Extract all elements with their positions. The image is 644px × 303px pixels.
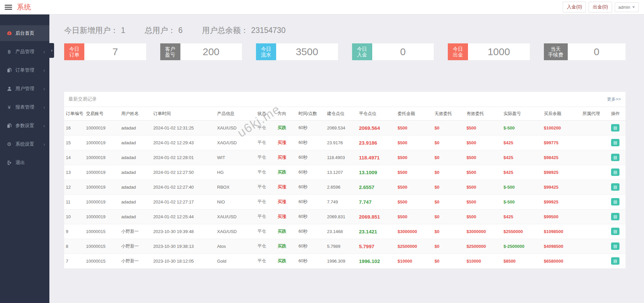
sidebar-collapse-toggle[interactable]: › xyxy=(49,43,54,58)
column-header: 所属代理 xyxy=(581,107,609,120)
cell-open-price: 23.9176 xyxy=(325,135,357,150)
cell-duration: 60秒 xyxy=(297,165,325,180)
cell-username: adadad xyxy=(120,165,152,180)
user-menu-button[interactable]: admin xyxy=(615,2,639,12)
cell-after-balance: $4098500 xyxy=(542,239,581,254)
order-detail-icon: ▤ xyxy=(613,228,617,235)
table-row: 15 10000019 adadad 2024-01-02 12:29:43 X… xyxy=(64,135,626,150)
cell-trade-account: 10000019 xyxy=(84,150,120,165)
latest-trades-panel: 最新交易记录 更多>> 订单编号交易账号用户姓名订单时间产品信息状态方向时间/点… xyxy=(64,92,626,269)
order-detail-button[interactable]: ▤ xyxy=(611,213,619,220)
cell-entrust-amount: $500 xyxy=(396,209,433,224)
cell-duration: 60秒 xyxy=(297,180,325,194)
cell-close-price: 5.7997 xyxy=(357,239,396,254)
card-value: 0 xyxy=(372,43,434,60)
order-detail-button[interactable]: ▤ xyxy=(611,257,619,265)
cell-trade-account: 10000019 xyxy=(84,120,120,135)
sidebar-item-logout[interactable]: 退出 xyxy=(0,155,49,171)
withdraw-button[interactable]: 出金(0) xyxy=(589,2,612,12)
card-label: 今日 出金 xyxy=(448,43,468,60)
cell-entrust-amount: $500 xyxy=(396,135,433,150)
more-link[interactable]: 更多>> xyxy=(607,96,621,102)
cell-order-time: 2024-01-02 12:25:44 xyxy=(152,209,215,224)
cell-order-time: 2024-01-02 12:27:17 xyxy=(152,194,215,209)
cell-actions: ▤ xyxy=(609,194,626,209)
cell-actual-profit: $425 xyxy=(502,165,542,180)
deposit-button[interactable]: 入金(0) xyxy=(563,2,586,12)
cell-close-price: 2069.851 xyxy=(357,209,396,224)
sidebar: 后台首页 ฿ 产品管理 › 订单管理 › 用户管理 › ¥ 报表管理 › 参数设… xyxy=(0,14,49,303)
stat-value: 6 xyxy=(178,26,183,35)
cell-agent xyxy=(581,194,609,209)
order-detail-button[interactable]: ▤ xyxy=(611,124,619,131)
cell-product: XAU/USD xyxy=(215,209,256,224)
cell-after-balance: $6580000 xyxy=(542,254,581,268)
sidebar-item-reports[interactable]: ¥ 报表管理 › xyxy=(0,99,49,115)
cell-invalid-entrust: $0 xyxy=(433,239,465,254)
cell-status: 平仓 xyxy=(256,135,276,150)
column-header: 操作 xyxy=(609,107,626,120)
cell-product: XAG/USD xyxy=(215,135,256,150)
cell-username: adadad xyxy=(120,209,152,224)
order-detail-icon: ▤ xyxy=(613,154,617,161)
cell-actions: ▤ xyxy=(609,150,626,165)
cell-status: 平仓 xyxy=(256,224,276,239)
order-detail-icon: ▤ xyxy=(613,257,617,265)
sidebar-item-products[interactable]: ฿ 产品管理 › xyxy=(0,44,49,60)
column-header: 时间/点数 xyxy=(297,107,325,120)
cell-duration: 60秒 xyxy=(297,239,325,254)
card-today-deposit: 今日 入金 0 xyxy=(352,43,434,60)
sidebar-item-parameters[interactable]: 参数设置 › xyxy=(0,118,49,134)
cell-actions: ▤ xyxy=(609,209,626,224)
order-detail-button[interactable]: ▤ xyxy=(611,242,619,250)
order-detail-icon: ▤ xyxy=(613,139,617,146)
cell-invalid-entrust: $0 xyxy=(433,194,465,209)
cell-direction: 买涨 xyxy=(276,209,297,224)
card-today-fees: 当天 手续费 0 xyxy=(544,43,626,60)
order-detail-button[interactable]: ▤ xyxy=(611,168,619,176)
cell-order-id: 14 xyxy=(64,150,84,165)
order-detail-button[interactable]: ▤ xyxy=(611,228,619,235)
cell-product: WIT xyxy=(215,150,256,165)
card-value: 200 xyxy=(180,43,242,60)
card-value: 3500 xyxy=(276,43,338,60)
cell-product: XAU/USD xyxy=(215,120,256,135)
cell-order-time: 2024-01-02 12:27:50 xyxy=(152,165,215,180)
cell-actual-profit: $2550000 xyxy=(502,224,542,239)
cell-order-time: 2024-01-02 12:28:01 xyxy=(152,150,215,165)
sidebar-item-home[interactable]: 后台首页 xyxy=(0,25,49,41)
column-header: 建仓点位 xyxy=(325,107,357,120)
order-detail-button[interactable]: ▤ xyxy=(611,139,619,146)
stat-cards: 今日 订单 7 客户 盈亏 200 今日 流水 3500 今日 入金 0 今日 … xyxy=(64,43,626,60)
cell-entrust-amount: $500 xyxy=(396,180,433,194)
sidebar-item-users[interactable]: 用户管理 › xyxy=(0,81,49,97)
table-header-row: 订单编号交易账号用户姓名订单时间产品信息状态方向时间/点数建仓点位平仓点位委托金… xyxy=(64,107,626,120)
column-header: 实际盈亏 xyxy=(502,107,542,120)
cell-product: Atos xyxy=(215,239,256,254)
order-detail-icon: ▤ xyxy=(613,198,617,205)
cell-agent xyxy=(581,239,609,254)
chevron-right-icon: › xyxy=(43,86,45,91)
column-header: 有效委托 xyxy=(465,107,502,120)
topbar: LOOKL系统 入金(0) 出金(0) admin xyxy=(0,0,644,14)
cell-invalid-entrust: $0 xyxy=(433,120,465,135)
cell-duration: 60秒 xyxy=(297,135,325,150)
sidebar-item-system[interactable]: ⚙ 系统设置 › xyxy=(0,136,49,152)
order-detail-button[interactable]: ▤ xyxy=(611,198,619,205)
order-detail-button[interactable]: ▤ xyxy=(611,154,619,161)
cell-open-price: 23.1468 xyxy=(325,224,357,239)
cell-open-price: 2.6596 xyxy=(325,180,357,194)
cell-invalid-entrust: $0 xyxy=(433,150,465,165)
sidebar-item-orders[interactable]: 订单管理 › xyxy=(0,62,49,78)
sidebar-item-label: 退出 xyxy=(15,160,25,166)
menu-toggle-icon[interactable] xyxy=(5,5,12,10)
order-detail-button[interactable]: ▤ xyxy=(611,183,619,191)
cell-actual-profit: $425 xyxy=(502,209,542,224)
cell-order-id: 13 xyxy=(64,165,84,180)
cell-order-time: 2024-01-02 12:27:40 xyxy=(152,180,215,194)
stat-total-balance: 用户总余额： 23154730 xyxy=(202,25,286,36)
chevron-right-icon: › xyxy=(43,105,45,110)
cell-after-balance: $98425 xyxy=(542,150,581,165)
cell-actions: ▤ xyxy=(609,135,626,150)
cell-valid-entrust: $500 xyxy=(465,120,502,135)
